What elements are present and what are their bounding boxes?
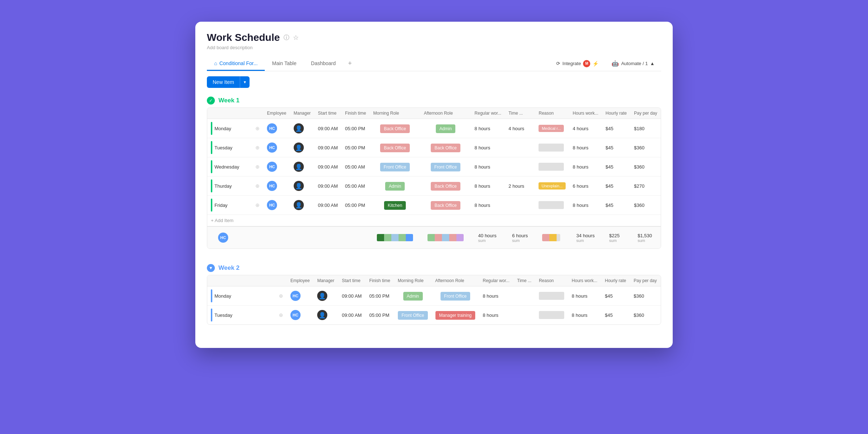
hourly-rate: $45 bbox=[601, 290, 630, 302]
finish-time[interactable]: 05:00 PM bbox=[366, 290, 394, 302]
employee-cell: HC bbox=[263, 120, 290, 136]
regular-hours: 8 hours bbox=[471, 200, 505, 211]
reason[interactable]: Unexplain... bbox=[535, 179, 569, 192]
app-window: Work Schedule ⓘ ☆ Add board description … bbox=[195, 22, 673, 348]
board-description[interactable]: Add board description bbox=[207, 45, 661, 50]
manager-cell: 👤 bbox=[314, 288, 338, 304]
add-item-button[interactable]: + Add Item bbox=[211, 218, 234, 223]
col-morning-w2: Morning Role bbox=[394, 275, 432, 286]
col-regular-w2: Regular wor... bbox=[479, 275, 514, 286]
morning-role[interactable]: Back Office bbox=[370, 142, 420, 153]
avatar: HC bbox=[267, 123, 277, 133]
day-cell-monday: Monday ⊕ bbox=[207, 119, 263, 138]
reason[interactable]: Medical r... bbox=[535, 122, 569, 135]
summary-avatar-cell: HC bbox=[207, 226, 263, 248]
add-row-icon[interactable]: ⊕ bbox=[255, 164, 260, 170]
group-week2-toggle[interactable]: ▼ bbox=[207, 264, 215, 272]
group-bar-blue bbox=[211, 309, 212, 322]
start-time[interactable]: 09:00 AM bbox=[314, 161, 341, 173]
col-manager-w2: Manager bbox=[314, 275, 338, 286]
tab-main-table[interactable]: Main Table bbox=[265, 57, 303, 71]
finish-time[interactable]: 05:00 PM bbox=[341, 200, 370, 211]
hours-worked: 4 hours bbox=[569, 123, 602, 134]
avatar: HC bbox=[290, 310, 301, 320]
afternoon-role[interactable]: Manager training bbox=[431, 310, 479, 321]
main-content: ✓ Week 1 Employee Manager Start time Fin… bbox=[195, 93, 673, 348]
reason bbox=[535, 308, 568, 322]
finish-time[interactable]: 05:00 PM bbox=[341, 142, 370, 153]
col-finish-w2: Finish time bbox=[366, 275, 394, 286]
automate-button[interactable]: 🤖 Automate / 1 ▲ bbox=[608, 58, 658, 69]
new-item-dropdown-arrow[interactable]: ▾ bbox=[240, 77, 250, 88]
manager-cell: 👤 bbox=[290, 140, 314, 156]
col-afternoon: Afternoon Role bbox=[420, 108, 471, 119]
summary-empty2 bbox=[290, 226, 314, 248]
hourly-rate: $45 bbox=[602, 180, 630, 192]
finish-time[interactable]: 05:00 AM bbox=[341, 180, 370, 192]
morning-role[interactable]: Admin bbox=[370, 180, 420, 192]
integrate-icon: ⟳ bbox=[556, 61, 560, 66]
manager-avatar: 👤 bbox=[294, 200, 304, 210]
add-item-row: + Add Item bbox=[207, 215, 661, 227]
time-off bbox=[505, 164, 535, 170]
group-week1: ✓ Week 1 Employee Manager Start time Fin… bbox=[207, 93, 661, 249]
summary-hourly-rate: $225 sum bbox=[605, 230, 627, 246]
col-start: Start time bbox=[314, 108, 341, 119]
summary-hours-worked: 34 hours sum bbox=[573, 230, 599, 246]
summary-morning-strip bbox=[373, 231, 417, 244]
new-item-button[interactable]: New Item ▾ bbox=[207, 76, 250, 88]
group-week2: ▼ Week 2 Employee Manager Start time Fin… bbox=[207, 260, 661, 325]
col-afternoon-w2: Afternoon Role bbox=[431, 275, 479, 286]
time-off bbox=[514, 293, 535, 299]
home-icon: ⌂ bbox=[214, 60, 217, 66]
manager-cell: 👤 bbox=[290, 197, 314, 213]
col-employee: Employee bbox=[263, 108, 290, 119]
summary-pay-per-day: $1,530 sum bbox=[634, 230, 657, 246]
start-time[interactable]: 09:00 AM bbox=[314, 200, 341, 211]
afternoon-role[interactable]: Front Office bbox=[431, 290, 479, 302]
finish-time[interactable]: 05:00 AM bbox=[341, 161, 370, 173]
add-row-icon[interactable]: ⊕ bbox=[255, 125, 260, 131]
week1-table: Employee Manager Start time Finish time … bbox=[207, 108, 661, 248]
add-row-icon[interactable]: ⊕ bbox=[279, 312, 283, 318]
col-day-w2 bbox=[207, 275, 287, 286]
add-row-icon[interactable]: ⊕ bbox=[279, 293, 283, 299]
afternoon-role[interactable]: Back Office bbox=[420, 180, 471, 192]
integrate-button[interactable]: ⟳ Integrate M ⚡ bbox=[553, 58, 602, 69]
afternoon-role[interactable]: Admin bbox=[420, 123, 471, 134]
finish-time[interactable]: 05:00 PM bbox=[366, 310, 394, 321]
day-cell-wednesday: Wednesday ⊕ bbox=[207, 157, 263, 176]
add-row-icon[interactable]: ⊕ bbox=[255, 145, 260, 150]
tab-conditional[interactable]: ⌂ Conditional For... bbox=[207, 57, 265, 71]
day-name: Tuesday bbox=[214, 145, 253, 150]
start-time[interactable]: 09:00 AM bbox=[314, 180, 341, 192]
col-finish: Finish time bbox=[341, 108, 370, 119]
start-time[interactable]: 09:00 AM bbox=[314, 142, 341, 153]
finish-time[interactable]: 05:00 PM bbox=[341, 123, 370, 134]
info-icon[interactable]: ⓘ bbox=[284, 34, 289, 42]
start-time[interactable]: 09:00 AM bbox=[338, 310, 366, 321]
morning-role[interactable]: Front Office bbox=[394, 310, 432, 321]
morning-role[interactable]: Kitchen bbox=[370, 200, 420, 211]
morning-role[interactable]: Admin bbox=[394, 290, 432, 302]
summary-row: HC bbox=[207, 226, 661, 248]
col-employee-w2: Employee bbox=[287, 275, 314, 286]
pay-per-day: $180 bbox=[630, 123, 661, 134]
group-week1-toggle[interactable]: ✓ bbox=[207, 97, 215, 105]
add-row-icon[interactable]: ⊕ bbox=[255, 202, 260, 208]
title-row: Work Schedule ⓘ ☆ bbox=[207, 32, 661, 43]
tabs-right: ⟳ Integrate M ⚡ 🤖 Automate / 1 ▲ bbox=[553, 58, 661, 69]
tab-add-button[interactable]: + bbox=[343, 56, 357, 71]
afternoon-role[interactable]: Back Office bbox=[420, 142, 471, 153]
start-time[interactable]: 09:00 AM bbox=[314, 123, 341, 134]
morning-role[interactable]: Back Office bbox=[370, 123, 420, 134]
col-reason: Reason bbox=[535, 108, 569, 119]
afternoon-role[interactable]: Back Office bbox=[420, 200, 471, 211]
avatar: HC bbox=[267, 200, 277, 210]
morning-role[interactable]: Front Office bbox=[370, 161, 420, 173]
tab-dashboard[interactable]: Dashboard bbox=[304, 57, 343, 71]
afternoon-role[interactable]: Front Office bbox=[420, 161, 471, 173]
star-icon[interactable]: ☆ bbox=[293, 34, 299, 42]
start-time[interactable]: 09:00 AM bbox=[338, 290, 366, 302]
add-row-icon[interactable]: ⊕ bbox=[255, 183, 260, 189]
